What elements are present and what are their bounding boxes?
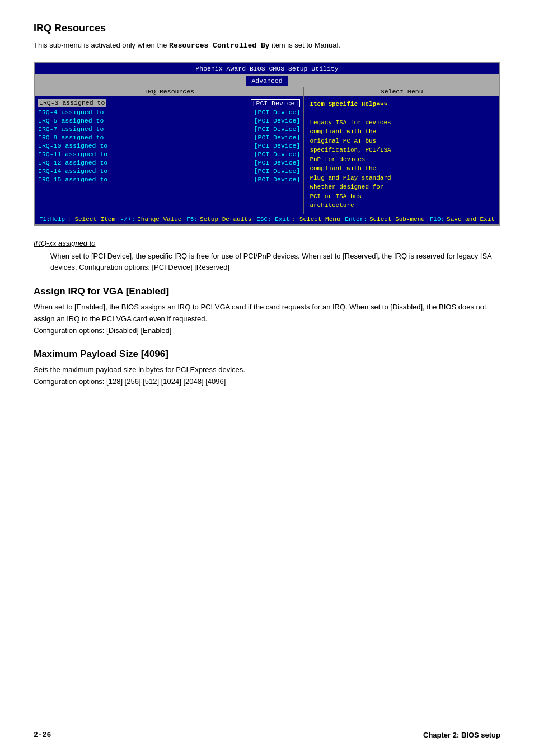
irq-row-value: [PCI Device]	[254, 176, 301, 183]
esc-val: : Select Menu	[292, 216, 340, 223]
help-line: original PC AT bus	[310, 137, 494, 146]
max-payload-section: Maximum Payload Size [4096] Sets the max…	[34, 349, 500, 388]
assign-irq-body: When set to [Enabled], the BIOS assigns …	[34, 302, 500, 336]
intro-paragraph: This sub-menu is activated only when the…	[34, 40, 500, 51]
footer-page-number: 2-26	[34, 731, 51, 739]
irq-row-label: IRQ-7 assigned to	[38, 125, 104, 133]
irq-section: IRQ-xx assigned to When set to [PCI Devi…	[34, 239, 500, 274]
help-line: compliant with the	[310, 164, 494, 173]
help-line	[310, 109, 494, 118]
irq-row-label: IRQ-3 assigned to	[38, 99, 106, 107]
help-line: PCI or ISA bus	[310, 192, 494, 201]
irq-row-value: [PCI Device]	[254, 125, 301, 133]
bios-f5-setup: F5: Setup Defaults	[186, 216, 251, 223]
bios-f1-help: F1:Help : Select Item	[39, 216, 115, 223]
bios-irq-row: IRQ-15 assigned to[PCI Device]	[38, 175, 300, 184]
irq-row-label: IRQ-14 assigned to	[38, 167, 107, 175]
f1-key: F1:Help	[39, 216, 65, 223]
bios-esc-exit: ESC: Exit : Select Menu	[256, 216, 340, 223]
bios-irq-row: IRQ-14 assigned to[PCI Device]	[38, 167, 300, 175]
f5-val: Setup Defaults	[200, 216, 251, 223]
max-payload-title: Maximum Payload Size [4096]	[34, 349, 500, 360]
irq-row-value: [PCI Device]	[254, 109, 301, 116]
irq-section-body: When set to [PCI Device], the specific I…	[50, 251, 500, 274]
f5-key: F5:	[186, 216, 198, 223]
bios-irq-row: IRQ-10 assigned to[PCI Device]	[38, 142, 300, 150]
bios-irq-row: IRQ-5 assigned to[PCI Device]	[38, 116, 300, 125]
bios-title-bar: Phoenix-Award BIOS CMOS Setup Utility	[35, 63, 499, 75]
bios-enter: Enter: Select Sub-menu	[345, 216, 425, 223]
f10-key: F10:	[430, 216, 444, 223]
page-footer: 2-26 Chapter 2: BIOS setup	[34, 727, 500, 739]
bios-change-value: -/+: Change Value	[120, 216, 182, 223]
page-title: IRQ Resources	[34, 22, 500, 34]
irq-section-title: IRQ-xx assigned to	[34, 239, 500, 247]
bios-irq-list: IRQ-3 assigned to[PCI Device]IRQ-4 assig…	[35, 96, 303, 186]
bios-bottom-bar: F1:Help : Select Item -/+: Change Value …	[35, 214, 499, 224]
bios-screenshot: Phoenix-Award BIOS CMOS Setup Utility Ad…	[34, 62, 500, 226]
irq-row-value: [PCI Device]	[254, 151, 301, 158]
irq-row-label: IRQ-10 assigned to	[38, 142, 107, 149]
bios-f10-save: F10: Save and Exit	[430, 216, 495, 223]
enter-val: Select Sub-menu	[369, 216, 425, 223]
irq-row-value: [PCI Device]	[254, 142, 301, 149]
irq-row-label: IRQ-9 assigned to	[38, 134, 104, 141]
bios-irq-row: IRQ-7 assigned to[PCI Device]	[38, 125, 300, 133]
bios-irq-row: IRQ-9 assigned to[PCI Device]	[38, 133, 300, 142]
help-line: specification, PCI/ISA	[310, 145, 494, 155]
help-line: Item Specific Help»»»	[310, 100, 494, 109]
bios-left-header: IRQ Resources	[35, 87, 303, 96]
irq-row-label: IRQ-4 assigned to	[38, 109, 104, 116]
irq-row-value: [PCI Device]	[254, 167, 301, 175]
f1-val: : Select Item	[67, 216, 115, 223]
help-line: architecture	[310, 201, 494, 210]
irq-row-label: IRQ-12 assigned to	[38, 159, 107, 166]
esc-key: ESC: Exit	[256, 216, 289, 223]
assign-irq-title: Assign IRQ for VGA [Enabled]	[34, 286, 500, 297]
intro-text-1: This sub-menu is activated only when the	[34, 41, 169, 49]
irq-row-value: [PCI Device]	[254, 134, 301, 141]
irq-row-label: IRQ-15 assigned to	[38, 176, 107, 183]
assign-irq-section: Assign IRQ for VGA [Enabled] When set to…	[34, 286, 500, 336]
intro-text-2: item is set to Manual.	[270, 41, 340, 49]
irq-row-value: [PCI Device]	[254, 117, 301, 124]
help-line: Legacy ISA for devices	[310, 118, 494, 128]
bios-irq-row: IRQ-3 assigned to[PCI Device]	[38, 98, 300, 108]
enter-key: Enter:	[345, 216, 367, 223]
intro-code: Resources Controlled By	[169, 41, 269, 50]
max-payload-body: Sets the maximum payload size in bytes f…	[34, 364, 500, 388]
help-line: compliant with the	[310, 127, 494, 137]
bios-irq-row: IRQ-11 assigned to[PCI Device]	[38, 150, 300, 158]
bios-tab-advanced[interactable]: Advanced	[246, 76, 288, 86]
bios-irq-row: IRQ-4 assigned to[PCI Device]	[38, 108, 300, 116]
bios-right-header: Select Menu	[304, 87, 499, 96]
irq-row-value: [PCI Device]	[254, 159, 301, 166]
help-line: whether designed for	[310, 182, 494, 192]
help-line: PnP for devices	[310, 155, 494, 165]
irq-row-value: [PCI Device]	[251, 99, 301, 107]
footer-chapter: Chapter 2: BIOS setup	[423, 731, 500, 739]
change-key: -/+:	[120, 216, 135, 223]
bios-help-panel: Item Specific Help»»» Legacy ISA for dev…	[304, 96, 499, 214]
change-val: Change Value	[137, 216, 181, 223]
irq-row-label: IRQ-11 assigned to	[38, 151, 107, 158]
irq-row-label: IRQ-5 assigned to	[38, 117, 104, 124]
bios-irq-row: IRQ-12 assigned to[PCI Device]	[38, 158, 300, 167]
bios-tab-bar: Advanced	[35, 75, 499, 87]
f10-val: Save and Exit	[447, 216, 495, 223]
help-line: Plug and Play standard	[310, 173, 494, 183]
